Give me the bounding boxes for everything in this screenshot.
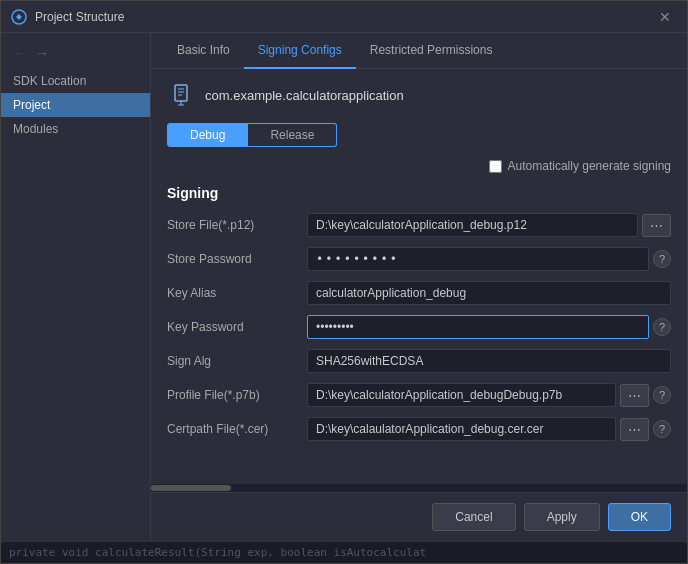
right-panel: Basic Info Signing Configs Restricted Pe…	[151, 33, 687, 541]
apply-button[interactable]: Apply	[524, 503, 600, 531]
certpath-file-input[interactable]	[307, 417, 616, 441]
scrollbar-thumb[interactable]	[151, 485, 231, 491]
field-label-key-password: Key Password	[167, 320, 307, 334]
nav-forward-button[interactable]: →	[31, 45, 53, 61]
profile-file-input[interactable]	[307, 383, 616, 407]
auto-sign-row: Automatically generate signing	[167, 159, 671, 173]
tab-signing-configs[interactable]: Signing Configs	[244, 33, 356, 69]
dialog-footer: Cancel Apply OK	[151, 492, 687, 541]
field-input-wrap-store-password: ?	[307, 247, 671, 271]
sidebar: ← → SDK Location Project Modules	[1, 33, 151, 541]
field-label-store-password: Store Password	[167, 252, 307, 266]
certpath-file-help-button[interactable]: ?	[653, 420, 671, 438]
debug-config-button[interactable]: Debug	[167, 123, 248, 147]
sidebar-item-label: Project	[13, 98, 50, 112]
sidebar-item-project[interactable]: Project	[1, 93, 150, 117]
module-header: com.example.calculatorapplication	[167, 81, 671, 109]
code-bar-text: private void calculateResult(String exp,…	[9, 546, 426, 559]
profile-file-help-button[interactable]: ?	[653, 386, 671, 404]
form-row-key-alias: Key Alias	[167, 281, 671, 305]
title-bar: Project Structure ✕	[1, 1, 687, 33]
tab-basic-info[interactable]: Basic Info	[163, 33, 244, 69]
sidebar-item-label: Modules	[13, 122, 58, 136]
config-type-selector: Debug Release	[167, 123, 671, 147]
code-bar: private void calculateResult(String exp,…	[1, 541, 687, 563]
close-button[interactable]: ✕	[653, 7, 677, 27]
store-file-browse-button[interactable]: ⋯	[642, 214, 671, 237]
module-icon	[167, 81, 195, 109]
field-label-key-alias: Key Alias	[167, 286, 307, 300]
sidebar-nav: ← →	[1, 41, 150, 65]
tab-bar: Basic Info Signing Configs Restricted Pe…	[151, 33, 687, 69]
profile-file-browse-button[interactable]: ⋯	[620, 384, 649, 407]
form-row-sign-alg: Sign Alg	[167, 349, 671, 373]
field-label-certpath-file: Certpath File(*.cer)	[167, 422, 307, 436]
app-icon	[11, 9, 27, 25]
certpath-file-browse-button[interactable]: ⋯	[620, 418, 649, 441]
field-input-wrap-key-password: ?	[307, 315, 671, 339]
field-label-sign-alg: Sign Alg	[167, 354, 307, 368]
field-input-wrap-certpath-file: ⋯ ?	[307, 417, 671, 441]
key-password-help-button[interactable]: ?	[653, 318, 671, 336]
key-alias-input[interactable]	[307, 281, 671, 305]
main-content: ← → SDK Location Project Modules Basic I…	[1, 33, 687, 541]
auto-sign-checkbox[interactable]	[489, 160, 502, 173]
form-row-key-password: Key Password ?	[167, 315, 671, 339]
tab-restricted-permissions[interactable]: Restricted Permissions	[356, 33, 507, 69]
project-structure-dialog: Project Structure ✕ ← → SDK Location Pro…	[0, 0, 688, 564]
dialog-title: Project Structure	[35, 10, 653, 24]
tab-label: Restricted Permissions	[370, 43, 493, 57]
key-password-input[interactable]	[307, 315, 649, 339]
sign-alg-input[interactable]	[307, 349, 671, 373]
field-input-wrap-sign-alg	[307, 349, 671, 373]
horizontal-scrollbar[interactable]	[151, 484, 687, 492]
auto-sign-text: Automatically generate signing	[508, 159, 671, 173]
field-input-wrap-profile-file: ⋯ ?	[307, 383, 671, 407]
cancel-button[interactable]: Cancel	[432, 503, 515, 531]
form-row-store-password: Store Password ?	[167, 247, 671, 271]
store-password-help-button[interactable]: ?	[653, 250, 671, 268]
form-row-store-file: Store File(*.p12) ⋯	[167, 213, 671, 237]
panel-body: com.example.calculatorapplication Debug …	[151, 69, 687, 484]
module-name: com.example.calculatorapplication	[205, 88, 404, 103]
form-row-certpath-file: Certpath File(*.cer) ⋯ ?	[167, 417, 671, 441]
svg-rect-1	[175, 85, 187, 101]
form-row-profile-file: Profile File(*.p7b) ⋯ ?	[167, 383, 671, 407]
signing-section-title: Signing	[167, 185, 671, 201]
field-input-wrap-key-alias	[307, 281, 671, 305]
sidebar-item-sdk-location[interactable]: SDK Location	[1, 69, 150, 93]
store-password-input[interactable]	[307, 247, 649, 271]
field-input-wrap-store-file: ⋯	[307, 213, 671, 237]
sidebar-item-label: SDK Location	[13, 74, 86, 88]
field-label-profile-file: Profile File(*.p7b)	[167, 388, 307, 402]
sidebar-item-modules[interactable]: Modules	[1, 117, 150, 141]
release-config-button[interactable]: Release	[248, 123, 337, 147]
tab-label: Basic Info	[177, 43, 230, 57]
auto-sign-label[interactable]: Automatically generate signing	[489, 159, 671, 173]
ok-button[interactable]: OK	[608, 503, 671, 531]
store-file-input[interactable]	[307, 213, 638, 237]
nav-back-button[interactable]: ←	[9, 45, 31, 61]
field-label-store-file: Store File(*.p12)	[167, 218, 307, 232]
tab-label: Signing Configs	[258, 43, 342, 57]
